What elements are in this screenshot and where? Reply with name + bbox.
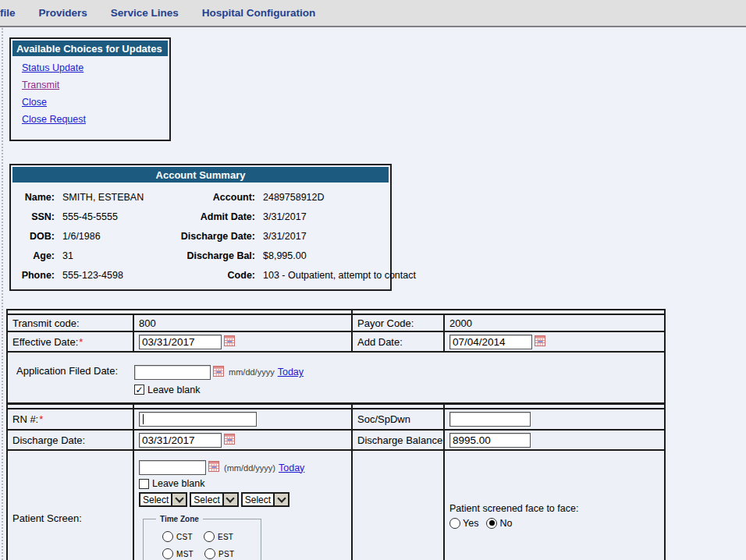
chevron-down-icon xyxy=(222,494,237,505)
discharge-date-value: 3/31/2017 xyxy=(263,231,416,242)
timezone-mst-radio[interactable] xyxy=(162,548,173,559)
face-to-face-yes-radio[interactable] xyxy=(449,518,460,529)
dob-value: 1/6/1986 xyxy=(62,231,164,242)
empty-cell xyxy=(352,450,444,560)
calendar-icon[interactable] xyxy=(224,435,235,447)
close-link[interactable]: Close xyxy=(22,97,47,108)
select-dropdown-1[interactable]: Select xyxy=(139,492,187,507)
account-summary-title: Account Summary xyxy=(12,167,389,183)
discharge-bal-label: Discharge Bal: xyxy=(172,250,255,261)
rn-number-input[interactable] xyxy=(139,412,257,427)
date-format-hint: (mm/dd/yyyy) xyxy=(224,463,275,473)
payor-code-label: Payor Code: xyxy=(352,314,444,331)
dob-label: DOB: xyxy=(17,231,55,242)
soc-spdwn-label: Soc/SpDwn xyxy=(352,409,444,430)
calendar-icon[interactable] xyxy=(208,461,219,474)
leave-blank-checkbox[interactable] xyxy=(134,385,144,395)
select-dropdown-2[interactable]: Select xyxy=(190,492,238,507)
leave-blank-label: Leave blank xyxy=(147,385,200,395)
discharge-date-input[interactable]: 03/31/2017 xyxy=(139,433,222,448)
transmit-code-value: 800 xyxy=(133,314,352,331)
effective-date-label: Effective Date:* xyxy=(7,331,133,352)
leave-blank-checkbox[interactable] xyxy=(139,479,149,489)
admit-date-value: 3/31/2017 xyxy=(263,211,416,222)
account-summary-grid: Name: SMITH, ESTEBAN Account: 2489758912… xyxy=(11,184,390,281)
select-dropdown-3[interactable]: Select xyxy=(241,492,290,507)
patient-screen-label: Patient Screen: xyxy=(7,450,133,560)
discharge-date-field-label: Discharge Date: xyxy=(7,430,133,450)
admit-date-label: Admit Date: xyxy=(172,211,255,222)
application-filed-date-label: Application Filed Date: xyxy=(12,365,134,395)
timezone-cst-radio[interactable] xyxy=(162,531,173,542)
account-value: 2489758912D xyxy=(263,192,416,203)
chevron-down-icon xyxy=(171,494,186,505)
rn-number-label: RN #:* xyxy=(7,409,133,430)
add-date-input[interactable]: 07/04/2014 xyxy=(449,335,532,349)
text-caret xyxy=(143,414,144,424)
face-to-face-no-radio[interactable] xyxy=(486,518,497,529)
discharge-bal-value: $8,995.00 xyxy=(263,250,416,261)
frame-splitter-handle[interactable] xyxy=(2,28,3,560)
transmit-link[interactable]: Transmit xyxy=(22,80,59,90)
phone-label: Phone: xyxy=(17,270,55,281)
patient-form-table: RN #:* Soc/SpDwn Discharge Date: 03/31/2… xyxy=(6,403,666,560)
close-request-link[interactable]: Close Request xyxy=(22,114,86,125)
timezone-pst-radio[interactable] xyxy=(204,548,215,559)
nav-item-hospital-configuration[interactable]: Hospital Configuration xyxy=(202,7,316,19)
calendar-icon[interactable] xyxy=(224,337,235,349)
chevron-down-icon xyxy=(273,494,288,505)
face-to-face-label: Patient screened face to face: xyxy=(449,503,664,514)
leave-blank-label: Leave blank xyxy=(152,478,204,489)
calendar-icon[interactable] xyxy=(535,337,545,349)
discharge-balance-label: Discharge Balance:* xyxy=(352,430,444,450)
transmit-form-table: Transmit code: 800 Payor Code: 2000 Effe… xyxy=(6,309,666,404)
ssn-value: 555-45-5555 xyxy=(62,211,164,222)
time-zone-legend: Time Zone xyxy=(156,515,203,523)
ssn-label: SSN: xyxy=(17,211,55,222)
discharge-balance-input[interactable]: 8995.00 xyxy=(449,433,531,448)
payor-code-value: 2000 xyxy=(444,314,665,331)
phone-value: 555-123-4598 xyxy=(62,270,164,281)
name-value: SMITH, ESTEBAN xyxy=(62,192,164,203)
code-label: Code: xyxy=(172,270,255,281)
timezone-cst-label: CST xyxy=(176,533,193,541)
timezone-est-label: EST xyxy=(218,533,233,541)
nav-item-service-lines[interactable]: Service Lines xyxy=(111,7,179,19)
code-value: 103 - Outpatient, attempt to contact xyxy=(263,270,416,281)
soc-spdwn-input[interactable] xyxy=(449,412,531,427)
timezone-pst-label: PST xyxy=(218,550,234,558)
nav-item-file[interactable]: file xyxy=(0,7,16,19)
age-label: Age: xyxy=(17,250,55,261)
account-summary-panel: Account Summary Name: SMITH, ESTEBAN Acc… xyxy=(9,164,392,291)
available-choices-title: Available Choices for Updates xyxy=(12,41,168,56)
effective-date-input[interactable]: 03/31/2017 xyxy=(139,335,222,349)
timezone-mst-label: MST xyxy=(176,550,194,558)
face-to-face-yes-label: Yes xyxy=(463,518,478,529)
patient-screen-date-input[interactable] xyxy=(139,460,206,475)
top-nav: file Providers Service Lines Hospital Co… xyxy=(0,0,746,27)
transmit-code-label: Transmit code: xyxy=(7,314,133,331)
today-link[interactable]: Today xyxy=(279,463,304,473)
face-to-face-no-label: No xyxy=(499,518,512,529)
discharge-date-label: Discharge Date: xyxy=(172,231,255,242)
today-link[interactable]: Today xyxy=(278,367,304,377)
add-date-label: Add Date: xyxy=(352,331,444,352)
calendar-icon[interactable] xyxy=(213,366,224,379)
date-format-hint: mm/dd/yyyy xyxy=(229,367,275,377)
age-value: 31 xyxy=(62,250,164,261)
timezone-est-radio[interactable] xyxy=(204,531,215,542)
available-choices-panel: Available Choices for Updates Status Upd… xyxy=(9,37,171,141)
status-update-link[interactable]: Status Update xyxy=(22,62,83,73)
account-label: Account: xyxy=(172,192,255,203)
nav-item-providers[interactable]: Providers xyxy=(39,7,87,19)
time-zone-fieldset: Time Zone CST EST MST PST xyxy=(143,515,261,560)
application-filed-date-input[interactable] xyxy=(134,365,211,380)
name-label: Name: xyxy=(17,192,55,203)
